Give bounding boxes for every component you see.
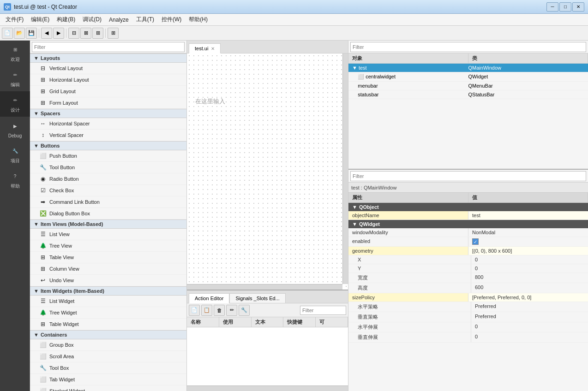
minimize-button[interactable]: ─ [546,2,558,12]
widget-item-group-box[interactable]: ⬜Group Box [30,339,186,351]
widget-item-column-view[interactable]: ⊞Column View [30,263,186,275]
canvas-scrollbar-v[interactable] [342,53,348,284]
action-copy-button[interactable]: 📋 [201,305,212,316]
property-filter-input[interactable] [350,171,586,181]
prop-row-X[interactable]: X 0 [348,255,588,264]
prop-row-geometry[interactable]: geometry [(0, 0), 800 x 600] [348,247,588,255]
toolbar-align-right[interactable]: ⊞ [92,28,103,39]
tableview-icon: ⊞ [39,254,47,261]
close-button[interactable]: ✕ [572,2,584,12]
sidebar-icon-帮助[interactable]: ?帮助 [0,167,30,193]
widget-item-undo-view[interactable]: ↩Undo View [30,275,186,286]
canvas-grid[interactable]: 在这里输入 [187,53,348,290]
prop-row-enabled[interactable]: enabled ✓ [348,237,588,247]
prop-row-Y[interactable]: Y 0 [348,264,588,273]
sidebar-icon-编辑[interactable]: ✏编辑 [0,66,30,91]
widget-item-form-layout[interactable]: ⊞Form Layout [30,97,186,109]
widget-item-scroll-area[interactable]: ⬜Scroll Area [30,351,186,362]
bottom-tab-Action Editor[interactable]: Action Editor [189,293,229,303]
prop-row-objectName[interactable]: objectName test [348,211,588,220]
action-tool-button[interactable]: 🔧 [239,305,250,316]
widget-item-vertical-layout[interactable]: ⊟Vertical Layout [30,63,186,74]
menu-item-文件(F)[interactable]: 文件(F) [2,15,27,24]
toolbar-btn5[interactable]: ▶ [53,28,64,39]
prop-row-垂直策略[interactable]: 垂直策略 Preferred [348,312,588,322]
menu-item-控件(W)[interactable]: 控件(W) [158,15,185,24]
widget-item-tree-view[interactable]: 🌲Tree View [30,240,186,252]
action-edit-button[interactable]: ✏ [226,305,237,316]
widget-item-list-widget[interactable]: ☰List Widget [30,296,186,307]
widget-item-push-button[interactable]: ⬜Push Button [30,150,186,162]
widget-item-check-box[interactable]: ☑Check Box [30,185,186,196]
object-filter[interactable] [348,41,588,53]
widget-item-table-view[interactable]: ⊞Table View [30,252,186,263]
toolbar-new-button[interactable]: 📄 [2,28,13,39]
widget-item-list-view[interactable]: ☰List View [30,229,186,240]
bottom-scrollbar-h[interactable] [187,385,348,391]
widget-item-tool-box[interactable]: 🔧Tool Box [30,362,186,374]
toolbar-align-left[interactable]: ⊟ [68,28,79,39]
canvas-scrollbar-h[interactable] [187,284,342,290]
bottom-filter-input[interactable] [300,306,346,315]
prop-row-windowModality[interactable]: windowModality NonModal [348,228,588,237]
menu-item-工具(T)[interactable]: 工具(T) [132,15,158,24]
widget-category-Item Views (Model-Based)[interactable]: ▼Item Views (Model-Based) [30,219,186,229]
prop-row-宽度[interactable]: 宽度 800 [348,273,588,283]
widget-item-horizontal-spacer[interactable]: ↔Horizontal Spacer [30,118,186,130]
toolbar-btn4[interactable]: ◀ [41,28,52,39]
help-icon: ? [10,171,21,182]
sidebar-icon-Debug[interactable]: ▶Debug [0,117,30,142]
tree-row-▼ test[interactable]: ▼ testQMainWindow [348,64,588,72]
widget-item-stacked-widget[interactable]: ⬜Stacked Widget [30,385,186,391]
menu-item-帮助(H)[interactable]: 帮助(H) [185,15,211,24]
toolbar-save-button[interactable]: 💾 [26,28,37,39]
menu-item-构建(B)[interactable]: 构建(B) [53,15,79,24]
toolbar-separator-1 [39,29,39,38]
widget-item-tab-widget[interactable]: ⬜Tab Widget [30,374,186,385]
property-filter[interactable] [348,170,588,183]
action-add-button[interactable]: 📄 [189,305,200,316]
maximize-button[interactable]: □ [559,2,571,12]
treewidget-icon: 🌲 [39,309,47,316]
tab-close-icon[interactable]: ✕ [211,46,215,51]
prop-row-水平伸展[interactable]: 水平伸展 0 [348,322,588,332]
prop-row-高度[interactable]: 高度 600 [348,283,588,293]
widget-item-tree-widget[interactable]: 🌲Tree Widget [30,307,186,319]
widget-filter-input[interactable] [32,42,185,52]
toolbar-open-button[interactable]: 📂 [14,28,25,39]
widget-item-vertical-spacer[interactable]: ↕Vertical Spacer [30,130,186,141]
prop-row-sizePolicy[interactable]: sizePolicy [Preferred, Preferred, 0, 0] [348,293,588,302]
canvas-tab[interactable]: test.ui ✕ [189,43,221,53]
toolbar-align-center[interactable]: ⊠ [80,28,91,39]
widget-item-horizontal-layout[interactable]: ⊞Horizontal Layout [30,74,186,86]
widget-filter[interactable] [30,41,186,53]
property-panel: test : QMainWindow 属性值 ▼QObject objectNa… [348,170,588,391]
sidebar-icon-设计[interactable]: ✏设计 [0,91,30,117]
widget-category-Item Widgets (Item-Based)[interactable]: ▼Item Widgets (Item-Based) [30,286,186,296]
action-delete-button[interactable]: 🗑 [214,305,225,316]
widget-item-tool-button[interactable]: 🔧Tool Button [30,162,186,173]
bottom-tab-Signals _Slots Ed...[interactable]: Signals _Slots Ed... [229,293,285,303]
menu-item-编辑(E)[interactable]: 编辑(E) [27,15,53,24]
tree-row-menubar[interactable]: menubarQMenuBar [348,82,588,90]
prop-row-水平策略[interactable]: 水平策略 Preferred [348,302,588,312]
canvas-area[interactable]: 在这里输入 [187,53,348,290]
tree-row-centralwidget[interactable]: ⬜centralwidgetQWidget [348,72,588,82]
prop-row-垂直伸展[interactable]: 垂直伸展 0 [348,332,588,343]
object-filter-input[interactable] [350,42,586,52]
widget-item-radio-button[interactable]: ◉Radio Button [30,173,186,185]
menu-item-Analyze[interactable]: Analyze [105,16,132,24]
widget-item-dialog-button-box[interactable]: ❎Dialog Button Box [30,208,186,219]
widget-category-Spacers[interactable]: ▼Spacers [30,109,186,118]
toolbar-grid[interactable]: ⊞ [108,28,119,39]
widget-item-command-link-button[interactable]: ➡Command Link Button [30,196,186,208]
widget-category-Containers[interactable]: ▼Containers [30,330,186,339]
widget-category-Layouts[interactable]: ▼Layouts [30,53,186,63]
widget-item-grid-layout[interactable]: ⊞Grid Layout [30,86,186,97]
menu-item-调试(D)[interactable]: 调试(D) [79,15,105,24]
sidebar-icon-项目[interactable]: 🔧项目 [0,142,30,167]
tree-row-statusbar[interactable]: statusbarQStatusBar [348,90,588,99]
widget-item-table-widget[interactable]: ⊞Table Widget [30,319,186,330]
sidebar-icon-欢迎[interactable]: ⊞欢迎 [0,41,30,66]
widget-category-Buttons[interactable]: ▼Buttons [30,141,186,150]
